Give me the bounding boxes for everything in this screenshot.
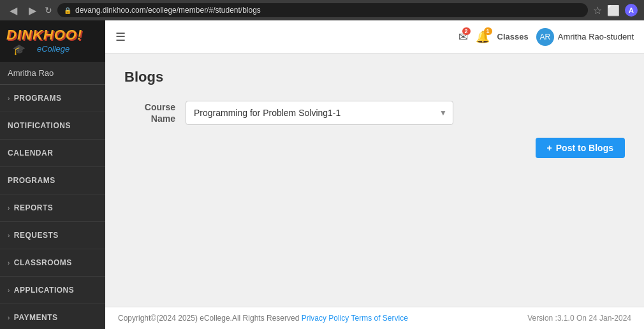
sidebar-item-payments[interactable]: › PAYMENTS	[0, 304, 105, 329]
back-button[interactable]: ◀	[6, 3, 20, 18]
footer: Copyright©(2024 2025) eCollege.All Right…	[105, 307, 644, 329]
profile-icon[interactable]: A	[625, 4, 638, 17]
course-form-row: CourseName Programming for Problem Solvi…	[124, 101, 625, 125]
url-text: devang.dinkhoo.com/ecollege/member/#/stu…	[75, 6, 261, 15]
terms-link[interactable]: Terms of Service	[351, 314, 407, 323]
user-info[interactable]: AR Amritha Rao-student	[536, 28, 634, 46]
version-text: Version :3.1.0 On 24 Jan-2024	[527, 314, 631, 323]
classes-button[interactable]: Classes	[497, 32, 529, 41]
bell-button[interactable]: 🔔 1	[476, 30, 490, 44]
browser-bar: ◀ ▶ ↻ 🔒 devang.dinkhoo.com/ecollege/memb…	[0, 0, 644, 20]
sidebar-item-programs-2[interactable]: PROGRAMS	[0, 167, 105, 194]
refresh-button[interactable]: ↻	[45, 5, 52, 15]
mail-badge: 2	[462, 27, 471, 35]
logo-main: DINKHOO!	[6, 27, 99, 43]
main-content: ☰ ✉ 2 🔔 1 Classes AR Amritha Rao-student…	[105, 20, 644, 329]
plus-icon: +	[547, 143, 552, 153]
forward-button[interactable]: ▶	[26, 3, 40, 18]
logo-area: DINKHOO! 🎓 eCollege	[0, 20, 105, 62]
sidebar-item-label: CALENDAR	[8, 149, 53, 157]
sidebar-item-label: PROGRAMS	[8, 176, 55, 185]
sidebar-item-label: PAYMENTS	[14, 313, 58, 322]
browser-icons: ☆ ⬜ A	[593, 4, 638, 17]
chevron-icon: ›	[8, 95, 10, 102]
user-circle: A	[625, 4, 638, 17]
sidebar: DINKHOO! 🎓 eCollege Amritha Rao › PROGRA…	[0, 20, 105, 329]
bookmark-icon[interactable]: ☆	[593, 4, 602, 17]
sidebar-item-label: REPORTS	[14, 203, 54, 212]
sidebar-item-calendar[interactable]: CALENDAR	[0, 140, 105, 167]
mail-button[interactable]: ✉ 2	[458, 30, 468, 44]
app-container: DINKHOO! 🎓 eCollege Amritha Rao › PROGRA…	[0, 20, 644, 329]
chevron-icon: ›	[8, 260, 10, 267]
sidebar-item-label: CLASSROOMS	[14, 258, 72, 267]
user-name-nav: Amritha Rao-student	[558, 32, 634, 41]
sidebar-item-label: REQUESTS	[14, 231, 59, 240]
sidebar-item-applications[interactable]: › APPLICATIONS	[0, 277, 105, 304]
course-select[interactable]: Programming for Problem Solving1-1	[186, 101, 453, 125]
page-title: Blogs	[124, 69, 625, 85]
post-to-blogs-button[interactable]: + Post to Blogs	[536, 138, 625, 158]
logo-sub: eCollege	[26, 44, 70, 54]
sidebar-item-requests[interactable]: › REQUESTS	[0, 222, 105, 249]
chevron-icon: ›	[8, 232, 10, 239]
page-area: Blogs CourseName Programming for Problem…	[105, 54, 644, 307]
course-select-wrapper: Programming for Problem Solving1-1 ▼	[186, 101, 453, 125]
post-btn-label: Post to Blogs	[556, 143, 613, 153]
privacy-link[interactable]: Privacy Policy	[302, 314, 349, 323]
hat-icon: 🎓	[13, 43, 26, 55]
sidebar-item-programs-1[interactable]: › PROGRAMS	[0, 85, 105, 112]
copyright-text: Copyright©(2024 2025) eCollege.All Right…	[118, 314, 302, 323]
bell-badge: 1	[484, 27, 492, 35]
sidebar-item-label: PROGRAMS	[14, 94, 62, 103]
sidebar-item-label: APPLICATIONS	[14, 286, 74, 295]
chevron-icon: ›	[8, 287, 10, 294]
chevron-icon: ›	[8, 205, 10, 212]
footer-left: Copyright©(2024 2025) eCollege.All Right…	[118, 314, 408, 323]
sidebar-item-reports[interactable]: › REPORTS	[0, 194, 105, 222]
avatar: AR	[536, 28, 554, 46]
extensions-icon[interactable]: ⬜	[607, 4, 620, 17]
sidebar-item-classrooms[interactable]: › CLASSROOMS	[0, 249, 105, 277]
course-label: CourseName	[124, 101, 175, 124]
hamburger-button[interactable]: ☰	[115, 30, 126, 44]
url-bar[interactable]: 🔒 devang.dinkhoo.com/ecollege/member/#/s…	[57, 3, 588, 17]
lock-icon: 🔒	[64, 7, 71, 14]
sidebar-item-label: NOTIFICATIONS	[8, 121, 71, 130]
action-row: + Post to Blogs	[124, 138, 625, 158]
top-navbar: ☰ ✉ 2 🔔 1 Classes AR Amritha Rao-student	[105, 20, 644, 54]
chevron-icon: ›	[8, 314, 10, 321]
sidebar-item-notifications[interactable]: NOTIFICATIONS	[0, 112, 105, 140]
sidebar-user-name: Amritha Rao	[0, 62, 105, 85]
